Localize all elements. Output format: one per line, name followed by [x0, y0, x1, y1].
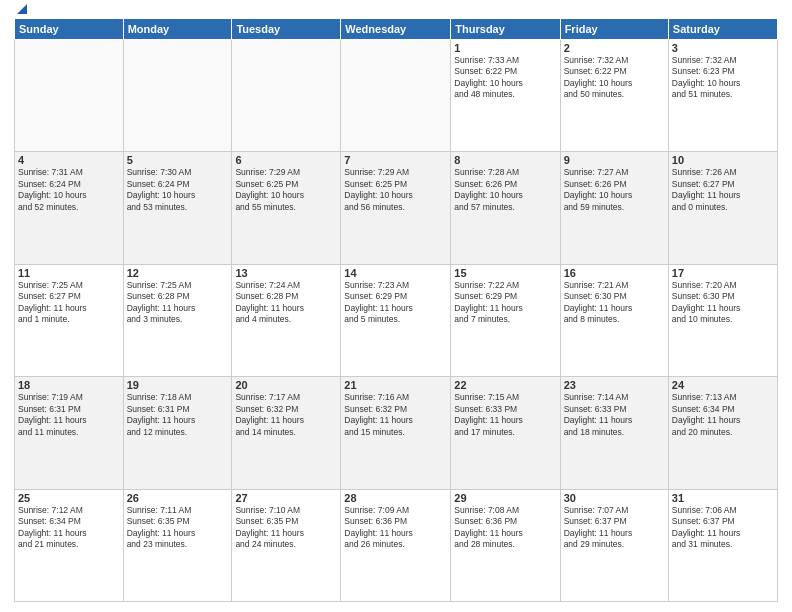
day-number: 8: [454, 154, 556, 166]
day-info: Sunrise: 7:09 AM Sunset: 6:36 PM Dayligh…: [344, 505, 447, 551]
day-number: 3: [672, 42, 774, 54]
calendar-cell: 26Sunrise: 7:11 AM Sunset: 6:35 PM Dayli…: [123, 489, 232, 601]
calendar-cell: [15, 40, 124, 152]
calendar-cell: 17Sunrise: 7:20 AM Sunset: 6:30 PM Dayli…: [668, 264, 777, 376]
calendar-cell: 29Sunrise: 7:08 AM Sunset: 6:36 PM Dayli…: [451, 489, 560, 601]
calendar-cell: 24Sunrise: 7:13 AM Sunset: 6:34 PM Dayli…: [668, 377, 777, 489]
day-number: 7: [344, 154, 447, 166]
day-info: Sunrise: 7:15 AM Sunset: 6:33 PM Dayligh…: [454, 392, 556, 438]
day-number: 24: [672, 379, 774, 391]
logo: [14, 10, 29, 12]
day-number: 10: [672, 154, 774, 166]
day-info: Sunrise: 7:13 AM Sunset: 6:34 PM Dayligh…: [672, 392, 774, 438]
day-info: Sunrise: 7:21 AM Sunset: 6:30 PM Dayligh…: [564, 280, 665, 326]
day-number: 4: [18, 154, 120, 166]
day-number: 26: [127, 492, 229, 504]
week-row-3: 11Sunrise: 7:25 AM Sunset: 6:27 PM Dayli…: [15, 264, 778, 376]
day-info: Sunrise: 7:20 AM Sunset: 6:30 PM Dayligh…: [672, 280, 774, 326]
day-number: 18: [18, 379, 120, 391]
calendar-cell: 25Sunrise: 7:12 AM Sunset: 6:34 PM Dayli…: [15, 489, 124, 601]
calendar-cell: 20Sunrise: 7:17 AM Sunset: 6:32 PM Dayli…: [232, 377, 341, 489]
day-number: 9: [564, 154, 665, 166]
calendar-cell: 30Sunrise: 7:07 AM Sunset: 6:37 PM Dayli…: [560, 489, 668, 601]
day-number: 2: [564, 42, 665, 54]
day-number: 30: [564, 492, 665, 504]
weekday-header-wednesday: Wednesday: [341, 19, 451, 40]
day-number: 25: [18, 492, 120, 504]
day-info: Sunrise: 7:33 AM Sunset: 6:22 PM Dayligh…: [454, 55, 556, 101]
svg-marker-0: [17, 4, 27, 14]
day-info: Sunrise: 7:18 AM Sunset: 6:31 PM Dayligh…: [127, 392, 229, 438]
day-info: Sunrise: 7:06 AM Sunset: 6:37 PM Dayligh…: [672, 505, 774, 551]
day-info: Sunrise: 7:30 AM Sunset: 6:24 PM Dayligh…: [127, 167, 229, 213]
day-info: Sunrise: 7:16 AM Sunset: 6:32 PM Dayligh…: [344, 392, 447, 438]
week-row-5: 25Sunrise: 7:12 AM Sunset: 6:34 PM Dayli…: [15, 489, 778, 601]
day-number: 1: [454, 42, 556, 54]
day-number: 16: [564, 267, 665, 279]
day-number: 22: [454, 379, 556, 391]
calendar-cell: 23Sunrise: 7:14 AM Sunset: 6:33 PM Dayli…: [560, 377, 668, 489]
calendar-cell: 15Sunrise: 7:22 AM Sunset: 6:29 PM Dayli…: [451, 264, 560, 376]
calendar-cell: 16Sunrise: 7:21 AM Sunset: 6:30 PM Dayli…: [560, 264, 668, 376]
day-info: Sunrise: 7:14 AM Sunset: 6:33 PM Dayligh…: [564, 392, 665, 438]
day-number: 13: [235, 267, 337, 279]
calendar-cell: 11Sunrise: 7:25 AM Sunset: 6:27 PM Dayli…: [15, 264, 124, 376]
weekday-header-monday: Monday: [123, 19, 232, 40]
day-number: 11: [18, 267, 120, 279]
calendar-cell: 22Sunrise: 7:15 AM Sunset: 6:33 PM Dayli…: [451, 377, 560, 489]
calendar-cell: 7Sunrise: 7:29 AM Sunset: 6:25 PM Daylig…: [341, 152, 451, 264]
day-number: 14: [344, 267, 447, 279]
weekday-header-sunday: Sunday: [15, 19, 124, 40]
calendar-cell: 18Sunrise: 7:19 AM Sunset: 6:31 PM Dayli…: [15, 377, 124, 489]
day-info: Sunrise: 7:31 AM Sunset: 6:24 PM Dayligh…: [18, 167, 120, 213]
weekday-header-thursday: Thursday: [451, 19, 560, 40]
calendar-cell: 9Sunrise: 7:27 AM Sunset: 6:26 PM Daylig…: [560, 152, 668, 264]
calendar-cell: [232, 40, 341, 152]
weekday-header-friday: Friday: [560, 19, 668, 40]
day-number: 12: [127, 267, 229, 279]
day-info: Sunrise: 7:12 AM Sunset: 6:34 PM Dayligh…: [18, 505, 120, 551]
day-info: Sunrise: 7:25 AM Sunset: 6:27 PM Dayligh…: [18, 280, 120, 326]
calendar-cell: 12Sunrise: 7:25 AM Sunset: 6:28 PM Dayli…: [123, 264, 232, 376]
calendar-cell: 3Sunrise: 7:32 AM Sunset: 6:23 PM Daylig…: [668, 40, 777, 152]
day-number: 28: [344, 492, 447, 504]
day-number: 19: [127, 379, 229, 391]
day-number: 15: [454, 267, 556, 279]
calendar-cell: 4Sunrise: 7:31 AM Sunset: 6:24 PM Daylig…: [15, 152, 124, 264]
day-info: Sunrise: 7:23 AM Sunset: 6:29 PM Dayligh…: [344, 280, 447, 326]
day-number: 6: [235, 154, 337, 166]
logo-icon: [15, 2, 29, 16]
calendar-cell: 14Sunrise: 7:23 AM Sunset: 6:29 PM Dayli…: [341, 264, 451, 376]
weekday-header-saturday: Saturday: [668, 19, 777, 40]
calendar-cell: 1Sunrise: 7:33 AM Sunset: 6:22 PM Daylig…: [451, 40, 560, 152]
calendar-cell: 13Sunrise: 7:24 AM Sunset: 6:28 PM Dayli…: [232, 264, 341, 376]
calendar-cell: 8Sunrise: 7:28 AM Sunset: 6:26 PM Daylig…: [451, 152, 560, 264]
day-info: Sunrise: 7:08 AM Sunset: 6:36 PM Dayligh…: [454, 505, 556, 551]
day-info: Sunrise: 7:29 AM Sunset: 6:25 PM Dayligh…: [344, 167, 447, 213]
day-info: Sunrise: 7:22 AM Sunset: 6:29 PM Dayligh…: [454, 280, 556, 326]
weekday-header-tuesday: Tuesday: [232, 19, 341, 40]
calendar-cell: 28Sunrise: 7:09 AM Sunset: 6:36 PM Dayli…: [341, 489, 451, 601]
calendar-cell: [341, 40, 451, 152]
page: SundayMondayTuesdayWednesdayThursdayFrid…: [0, 0, 792, 612]
day-info: Sunrise: 7:24 AM Sunset: 6:28 PM Dayligh…: [235, 280, 337, 326]
week-row-4: 18Sunrise: 7:19 AM Sunset: 6:31 PM Dayli…: [15, 377, 778, 489]
day-info: Sunrise: 7:26 AM Sunset: 6:27 PM Dayligh…: [672, 167, 774, 213]
day-info: Sunrise: 7:17 AM Sunset: 6:32 PM Dayligh…: [235, 392, 337, 438]
day-info: Sunrise: 7:27 AM Sunset: 6:26 PM Dayligh…: [564, 167, 665, 213]
calendar-cell: 2Sunrise: 7:32 AM Sunset: 6:22 PM Daylig…: [560, 40, 668, 152]
day-number: 27: [235, 492, 337, 504]
header: [14, 10, 778, 12]
calendar-table: SundayMondayTuesdayWednesdayThursdayFrid…: [14, 18, 778, 602]
calendar-cell: 21Sunrise: 7:16 AM Sunset: 6:32 PM Dayli…: [341, 377, 451, 489]
calendar-cell: 31Sunrise: 7:06 AM Sunset: 6:37 PM Dayli…: [668, 489, 777, 601]
day-info: Sunrise: 7:29 AM Sunset: 6:25 PM Dayligh…: [235, 167, 337, 213]
calendar-cell: 19Sunrise: 7:18 AM Sunset: 6:31 PM Dayli…: [123, 377, 232, 489]
day-number: 20: [235, 379, 337, 391]
weekday-header-row: SundayMondayTuesdayWednesdayThursdayFrid…: [15, 19, 778, 40]
day-number: 23: [564, 379, 665, 391]
day-info: Sunrise: 7:32 AM Sunset: 6:22 PM Dayligh…: [564, 55, 665, 101]
day-info: Sunrise: 7:10 AM Sunset: 6:35 PM Dayligh…: [235, 505, 337, 551]
day-info: Sunrise: 7:19 AM Sunset: 6:31 PM Dayligh…: [18, 392, 120, 438]
week-row-2: 4Sunrise: 7:31 AM Sunset: 6:24 PM Daylig…: [15, 152, 778, 264]
